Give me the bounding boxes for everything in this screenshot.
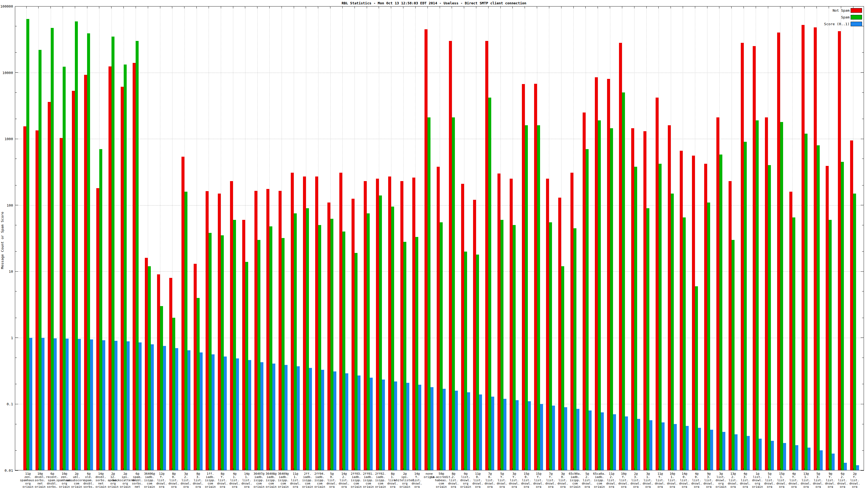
bar-not-spam	[461, 184, 464, 470]
bar-score	[674, 424, 677, 470]
bar-spam	[26, 19, 29, 470]
x-axis-group-label: 36409@ iadb. isipp. com origin	[278, 472, 289, 488]
x-tick-top	[452, 6, 452, 8]
x-tick-bottom	[731, 468, 732, 470]
x-tick-bottom	[634, 468, 634, 470]
bar-spam	[87, 33, 90, 470]
x-axis-group-label: 8@ Y. list. dnswl. org origin	[217, 472, 228, 488]
x-tick-bottom	[816, 468, 817, 470]
bar-score	[844, 463, 847, 470]
x-tick-bottom	[440, 468, 440, 470]
y-minor-tick-left	[15, 185, 17, 186]
x-tick-top	[719, 6, 719, 8]
y-minor-tick-right	[862, 159, 864, 159]
bar-score	[212, 354, 215, 470]
x-tick-top	[756, 6, 756, 8]
bar-not-spam	[497, 173, 500, 470]
y-major-tick-right	[861, 72, 864, 73]
bar-score	[309, 368, 312, 470]
bar-not-spam	[741, 43, 744, 470]
bar-spam	[671, 194, 674, 470]
bar-spam	[294, 214, 297, 470]
x-tick-bottom	[768, 468, 768, 470]
y-tick-label: 1	[0, 336, 13, 340]
y-minor-tick-right	[862, 358, 864, 358]
bar-not-spam	[351, 199, 354, 470]
bar-score	[747, 436, 750, 470]
bar-score	[175, 348, 178, 470]
bar-score	[102, 340, 105, 470]
bar-score	[236, 358, 239, 470]
x-tick-bottom	[99, 468, 99, 470]
bar-spam	[792, 218, 795, 470]
bar-score	[41, 338, 44, 470]
bar-not-spam	[826, 166, 829, 470]
x-tick-top	[695, 6, 695, 8]
x-tick-top	[549, 6, 549, 8]
bar-not-spam	[449, 41, 452, 470]
bar-spam	[817, 145, 820, 470]
x-tick-top	[221, 6, 221, 8]
x-axis-group-label: 2@ Y. list. dnswl. org origin	[849, 472, 860, 488]
y-minor-tick-right	[862, 424, 864, 424]
bar-not-spam	[388, 176, 391, 470]
x-axis-group-label: 9@ 3. list. dnswl. org origin	[703, 472, 714, 488]
y-minor-tick-right	[862, 251, 864, 252]
y-major-tick-right	[861, 271, 864, 272]
y-minor-tick-right	[862, 185, 864, 186]
x-tick-bottom	[87, 468, 87, 470]
x-tick-bottom	[123, 468, 124, 470]
bar-spam	[354, 253, 358, 470]
x-axis-group-label: 11@ Y. list. dnswl. org origin	[655, 472, 665, 488]
bar-not-spam	[303, 176, 306, 470]
bar-spam	[63, 67, 66, 470]
x-tick-top	[172, 6, 172, 8]
bar-spam	[488, 98, 491, 470]
x-axis-group-label: 7@ Y. list. dnswl. org origin	[546, 472, 556, 488]
x-tick-top	[585, 6, 586, 8]
y-minor-tick-left	[15, 358, 17, 358]
x-axis-group-label: 1@ list. dnswl. org origin	[752, 472, 763, 488]
bar-score	[832, 454, 835, 470]
bar-not-spam	[814, 27, 817, 470]
x-tick-bottom	[452, 468, 452, 470]
x-tick-top	[63, 6, 63, 8]
bar-score	[649, 420, 652, 470]
x-axis-group-label: 13@ 1. list. dnswl. org origin	[801, 472, 812, 488]
y-major-tick-right	[861, 139, 864, 139]
bar-score	[795, 445, 798, 470]
bar-not-spam	[704, 164, 707, 470]
x-tick-bottom	[549, 468, 549, 470]
bar-not-spam	[473, 200, 476, 470]
bar-not-spam	[789, 192, 792, 470]
y-major-tick-right	[861, 337, 864, 338]
y-major-tick-left	[15, 271, 18, 272]
bar-score	[115, 341, 118, 470]
x-tick-top	[135, 6, 136, 8]
x-tick-top	[634, 6, 634, 8]
bar-not-spam	[279, 191, 282, 470]
x-axis-group-label: 11@ 0. list. dnswl. org origin	[472, 472, 484, 488]
y-minor-tick-left	[15, 26, 17, 26]
x-axis-group-label: 14@ 0. list. dnswl. org origin	[679, 472, 690, 488]
bar-spam	[695, 286, 698, 470]
y-minor-tick-right	[862, 450, 864, 451]
y-minor-tick-right	[862, 384, 864, 384]
x-tick-bottom	[63, 468, 63, 470]
bar-spam	[367, 214, 370, 470]
x-tick-top	[658, 6, 659, 8]
x-tick-bottom	[294, 468, 294, 470]
bar-score	[783, 443, 786, 470]
bar-score	[503, 399, 506, 470]
bar-spam	[646, 208, 649, 470]
x-tick-bottom	[671, 468, 671, 470]
bar-score	[601, 412, 604, 470]
x-tick-bottom	[354, 468, 355, 470]
bar-score	[698, 428, 701, 470]
bar-not-spam	[534, 84, 537, 470]
legend-label: Not Spam	[833, 8, 849, 12]
x-axis-group-label: 14@ 1. list. dnswl. org origin	[241, 472, 252, 488]
x-tick-bottom	[135, 468, 136, 470]
bar-score	[345, 373, 348, 470]
bar-not-spam	[437, 167, 440, 470]
